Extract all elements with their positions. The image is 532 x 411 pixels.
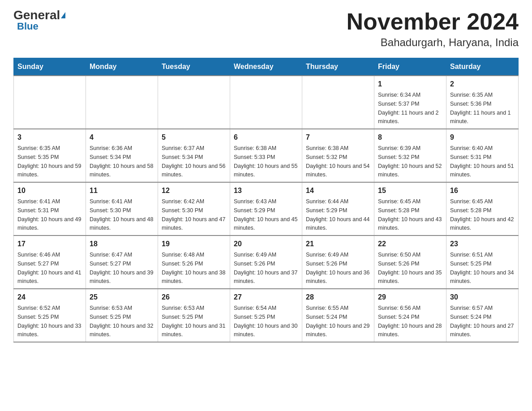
day-number: 2 xyxy=(450,79,515,90)
logo-general-text: General xyxy=(13,9,60,21)
day-info: Sunrise: 6:43 AM Sunset: 5:29 PM Dayligh… xyxy=(234,198,297,231)
calendar-cell: 5Sunrise: 6:37 AM Sunset: 5:34 PM Daylig… xyxy=(158,129,230,182)
calendar-cell xyxy=(158,76,230,129)
calendar-cell: 12Sunrise: 6:42 AM Sunset: 5:30 PM Dayli… xyxy=(158,182,230,235)
day-info: Sunrise: 6:36 AM Sunset: 5:34 PM Dayligh… xyxy=(90,145,153,178)
calendar-cell: 23Sunrise: 6:51 AM Sunset: 5:25 PM Dayli… xyxy=(446,235,519,289)
calendar-cell: 21Sunrise: 6:49 AM Sunset: 5:26 PM Dayli… xyxy=(302,235,374,289)
calendar-cell: 15Sunrise: 6:45 AM Sunset: 5:28 PM Dayli… xyxy=(374,182,446,235)
calendar-cell xyxy=(230,76,302,129)
day-info: Sunrise: 6:48 AM Sunset: 5:26 PM Dayligh… xyxy=(162,252,225,284)
day-info: Sunrise: 6:45 AM Sunset: 5:28 PM Dayligh… xyxy=(378,198,442,231)
weekday-header-wednesday: Wednesday xyxy=(230,58,302,76)
day-number: 8 xyxy=(378,132,442,143)
week-row-1: 1Sunrise: 6:34 AM Sunset: 5:37 PM Daylig… xyxy=(14,76,519,129)
calendar-cell: 27Sunrise: 6:54 AM Sunset: 5:25 PM Dayli… xyxy=(230,289,302,342)
day-info: Sunrise: 6:47 AM Sunset: 5:27 PM Dayligh… xyxy=(90,252,153,284)
day-number: 12 xyxy=(162,185,226,196)
weekday-header-tuesday: Tuesday xyxy=(158,58,230,76)
day-info: Sunrise: 6:57 AM Sunset: 5:24 PM Dayligh… xyxy=(450,305,514,338)
weekday-header-row: SundayMondayTuesdayWednesdayThursdayFrid… xyxy=(14,58,519,76)
day-number: 21 xyxy=(306,239,370,249)
day-info: Sunrise: 6:35 AM Sunset: 5:36 PM Dayligh… xyxy=(450,92,511,124)
day-number: 25 xyxy=(90,292,154,303)
day-info: Sunrise: 6:56 AM Sunset: 5:24 PM Dayligh… xyxy=(378,305,442,338)
day-info: Sunrise: 6:37 AM Sunset: 5:34 PM Dayligh… xyxy=(162,145,225,178)
weekday-header-sunday: Sunday xyxy=(14,58,86,76)
calendar-cell: 13Sunrise: 6:43 AM Sunset: 5:29 PM Dayli… xyxy=(230,182,302,235)
calendar-cell xyxy=(14,76,86,129)
header: General Blue November 2024 Bahadurgarh, … xyxy=(13,9,519,49)
calendar-cell: 30Sunrise: 6:57 AM Sunset: 5:24 PM Dayli… xyxy=(446,289,519,342)
day-info: Sunrise: 6:44 AM Sunset: 5:29 PM Dayligh… xyxy=(306,198,369,231)
calendar-cell xyxy=(302,76,374,129)
calendar-cell: 9Sunrise: 6:40 AM Sunset: 5:31 PM Daylig… xyxy=(446,129,519,182)
day-number: 5 xyxy=(162,132,226,143)
day-info: Sunrise: 6:41 AM Sunset: 5:31 PM Dayligh… xyxy=(17,198,81,231)
calendar-cell: 2Sunrise: 6:35 AM Sunset: 5:36 PM Daylig… xyxy=(446,76,519,129)
calendar-cell: 17Sunrise: 6:46 AM Sunset: 5:27 PM Dayli… xyxy=(14,235,86,289)
day-info: Sunrise: 6:45 AM Sunset: 5:28 PM Dayligh… xyxy=(450,198,514,231)
day-info: Sunrise: 6:53 AM Sunset: 5:25 PM Dayligh… xyxy=(162,305,225,338)
day-number: 3 xyxy=(17,132,82,143)
calendar-cell: 11Sunrise: 6:41 AM Sunset: 5:30 PM Dayli… xyxy=(86,182,158,235)
calendar-cell: 1Sunrise: 6:34 AM Sunset: 5:37 PM Daylig… xyxy=(374,76,446,129)
calendar-cell: 10Sunrise: 6:41 AM Sunset: 5:31 PM Dayli… xyxy=(14,182,86,235)
logo-blue-text: Blue xyxy=(17,21,39,32)
day-info: Sunrise: 6:53 AM Sunset: 5:25 PM Dayligh… xyxy=(90,305,153,338)
calendar-cell xyxy=(86,76,158,129)
day-info: Sunrise: 6:38 AM Sunset: 5:32 PM Dayligh… xyxy=(306,145,369,178)
day-number: 15 xyxy=(378,185,442,196)
calendar-cell: 26Sunrise: 6:53 AM Sunset: 5:25 PM Dayli… xyxy=(158,289,230,342)
week-row-2: 3Sunrise: 6:35 AM Sunset: 5:35 PM Daylig… xyxy=(14,129,519,182)
logo-triangle-icon xyxy=(61,12,65,18)
day-info: Sunrise: 6:41 AM Sunset: 5:30 PM Dayligh… xyxy=(90,198,153,231)
day-number: 28 xyxy=(306,292,370,303)
calendar-cell: 14Sunrise: 6:44 AM Sunset: 5:29 PM Dayli… xyxy=(302,182,374,235)
calendar-cell: 22Sunrise: 6:50 AM Sunset: 5:26 PM Dayli… xyxy=(374,235,446,289)
calendar-cell: 16Sunrise: 6:45 AM Sunset: 5:28 PM Dayli… xyxy=(446,182,519,235)
calendar-cell: 4Sunrise: 6:36 AM Sunset: 5:34 PM Daylig… xyxy=(86,129,158,182)
calendar-cell: 20Sunrise: 6:49 AM Sunset: 5:26 PM Dayli… xyxy=(230,235,302,289)
weekday-header-saturday: Saturday xyxy=(446,58,519,76)
week-row-3: 10Sunrise: 6:41 AM Sunset: 5:31 PM Dayli… xyxy=(14,182,519,235)
day-number: 17 xyxy=(17,239,82,249)
calendar-cell: 28Sunrise: 6:55 AM Sunset: 5:24 PM Dayli… xyxy=(302,289,374,342)
title-area: November 2024 Bahadurgarh, Haryana, Indi… xyxy=(347,9,519,49)
week-row-5: 24Sunrise: 6:52 AM Sunset: 5:25 PM Dayli… xyxy=(14,289,519,342)
day-number: 22 xyxy=(378,239,442,249)
day-info: Sunrise: 6:35 AM Sunset: 5:35 PM Dayligh… xyxy=(17,145,81,178)
day-number: 27 xyxy=(234,292,298,303)
logo: General Blue xyxy=(13,9,65,32)
day-number: 26 xyxy=(162,292,226,303)
day-info: Sunrise: 6:50 AM Sunset: 5:26 PM Dayligh… xyxy=(378,252,442,284)
day-info: Sunrise: 6:42 AM Sunset: 5:30 PM Dayligh… xyxy=(162,198,225,231)
day-info: Sunrise: 6:38 AM Sunset: 5:33 PM Dayligh… xyxy=(234,145,297,178)
calendar-cell: 24Sunrise: 6:52 AM Sunset: 5:25 PM Dayli… xyxy=(14,289,86,342)
day-info: Sunrise: 6:55 AM Sunset: 5:24 PM Dayligh… xyxy=(306,305,369,338)
day-number: 20 xyxy=(234,239,298,249)
day-number: 14 xyxy=(306,185,370,196)
location-subtitle: Bahadurgarh, Haryana, India xyxy=(347,36,519,49)
calendar-cell: 29Sunrise: 6:56 AM Sunset: 5:24 PM Dayli… xyxy=(374,289,446,342)
calendar-table: SundayMondayTuesdayWednesdayThursdayFrid… xyxy=(13,58,519,342)
week-row-4: 17Sunrise: 6:46 AM Sunset: 5:27 PM Dayli… xyxy=(14,235,519,289)
day-number: 1 xyxy=(378,79,442,90)
calendar-cell: 25Sunrise: 6:53 AM Sunset: 5:25 PM Dayli… xyxy=(86,289,158,342)
day-number: 7 xyxy=(306,132,370,143)
calendar-cell: 19Sunrise: 6:48 AM Sunset: 5:26 PM Dayli… xyxy=(158,235,230,289)
day-info: Sunrise: 6:49 AM Sunset: 5:26 PM Dayligh… xyxy=(306,252,369,284)
day-info: Sunrise: 6:40 AM Sunset: 5:31 PM Dayligh… xyxy=(450,145,514,178)
day-number: 30 xyxy=(450,292,515,303)
day-info: Sunrise: 6:49 AM Sunset: 5:26 PM Dayligh… xyxy=(234,252,297,284)
day-number: 16 xyxy=(450,185,515,196)
day-info: Sunrise: 6:39 AM Sunset: 5:32 PM Dayligh… xyxy=(378,145,442,178)
calendar-cell: 7Sunrise: 6:38 AM Sunset: 5:32 PM Daylig… xyxy=(302,129,374,182)
weekday-header-friday: Friday xyxy=(374,58,446,76)
calendar-cell: 3Sunrise: 6:35 AM Sunset: 5:35 PM Daylig… xyxy=(14,129,86,182)
calendar-cell: 8Sunrise: 6:39 AM Sunset: 5:32 PM Daylig… xyxy=(374,129,446,182)
weekday-header-thursday: Thursday xyxy=(302,58,374,76)
day-number: 13 xyxy=(234,185,298,196)
day-number: 24 xyxy=(17,292,82,303)
month-title: November 2024 xyxy=(347,9,519,34)
